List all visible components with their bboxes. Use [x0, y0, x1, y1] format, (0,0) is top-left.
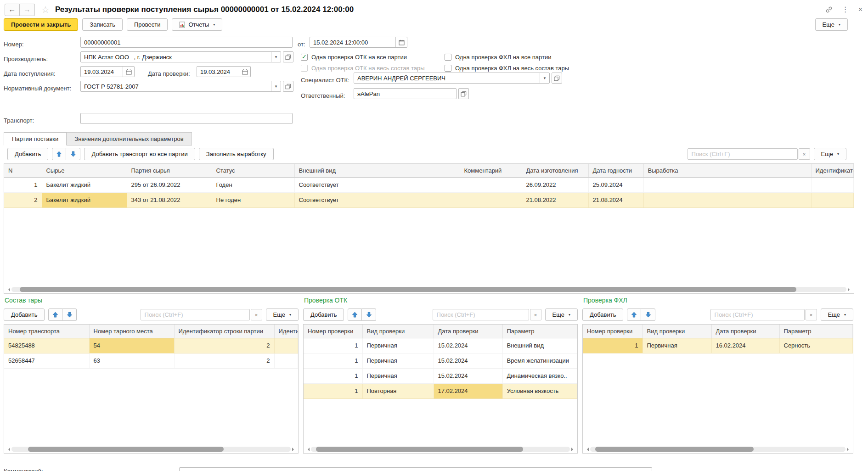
- transport-field[interactable]: [80, 113, 293, 124]
- column-header-batch-row-id[interactable]: Идентификатор строки партии: [174, 325, 274, 338]
- scroll-left-icon[interactable]: [6, 448, 10, 451]
- column-header-appearance[interactable]: Внешний вид: [294, 164, 460, 177]
- column-header-check-type[interactable]: Вид проверки: [643, 325, 711, 338]
- cell-check-date[interactable]: 15.02.2024: [434, 353, 502, 368]
- column-header-transport-no[interactable]: Номер транспорта: [4, 325, 89, 338]
- column-header-n[interactable]: N: [4, 164, 42, 177]
- cell-n[interactable]: 1: [4, 177, 42, 192]
- cell-check-date[interactable]: 15.02.2024: [434, 368, 502, 383]
- move-up-button[interactable]: [52, 148, 66, 160]
- otk-specialist-input[interactable]: [354, 73, 540, 83]
- normative-doc-open-button[interactable]: [283, 81, 293, 92]
- column-header-status[interactable]: Статус: [212, 164, 294, 177]
- otk-specialist-field[interactable]: ▾: [354, 73, 550, 84]
- comment-field[interactable]: [179, 467, 652, 471]
- tare-more-button[interactable]: Еще ▾: [266, 308, 299, 321]
- column-header-mfg-date[interactable]: Дата изготовления: [522, 164, 588, 177]
- calendar-icon[interactable]: [239, 67, 250, 77]
- comment-input[interactable]: [180, 468, 652, 471]
- table-row-selected[interactable]: 1 Первичная 16.02.2024 Серность: [583, 338, 853, 353]
- fhl-horizontal-scrollbar[interactable]: [585, 446, 851, 452]
- calendar-icon[interactable]: [123, 67, 134, 77]
- scrollbar-track[interactable]: [11, 287, 846, 292]
- cell-status[interactable]: Годен: [212, 177, 294, 192]
- responsible-open-button[interactable]: [458, 88, 469, 99]
- cell-batch-row-id[interactable]: 2: [174, 338, 274, 353]
- otk-add-button[interactable]: Добавить: [303, 308, 344, 321]
- doc-date-input[interactable]: [310, 37, 395, 47]
- cell-parameter[interactable]: Серность: [779, 338, 853, 353]
- favorite-star-icon[interactable]: ☆: [41, 4, 50, 15]
- table-row-selected[interactable]: 1 Повторная 17.02.2024 Условная вязкость: [304, 383, 577, 398]
- scrollbar-thumb[interactable]: [28, 447, 224, 452]
- batches-add-button[interactable]: Добавить: [7, 148, 48, 160]
- batches-search-clear-button[interactable]: ×: [799, 148, 810, 160]
- tare-horizontal-scrollbar[interactable]: [6, 446, 296, 452]
- menu-dots-icon[interactable]: ⋮: [842, 6, 849, 13]
- cell-check-type[interactable]: Первичная: [362, 353, 434, 368]
- cell-check-no[interactable]: 1: [304, 383, 362, 398]
- otk-search-input[interactable]: [433, 309, 529, 320]
- cell-check-date[interactable]: 16.02.2024: [711, 338, 779, 353]
- cell-check-date-active[interactable]: 17.02.2024: [434, 383, 502, 398]
- scroll-left-icon[interactable]: [6, 288, 10, 292]
- tare-add-button[interactable]: Добавить: [4, 308, 45, 321]
- otk-horizontal-scrollbar[interactable]: [306, 446, 575, 452]
- cell-material[interactable]: Бакелит жидкий: [42, 177, 127, 192]
- scroll-right-icon[interactable]: [571, 448, 575, 451]
- cell-check-type[interactable]: Повторная: [362, 383, 434, 398]
- scroll-left-icon[interactable]: [306, 448, 310, 451]
- cell-row-id[interactable]: [274, 353, 298, 368]
- cell-parameter[interactable]: Условная вязкость: [502, 383, 577, 398]
- tare-search-input[interactable]: [141, 309, 250, 320]
- scroll-right-icon[interactable]: [292, 448, 296, 451]
- more-button-top[interactable]: Еще ▾: [815, 18, 848, 31]
- cell-output[interactable]: [643, 192, 811, 207]
- table-row[interactable]: 1 Первичная 15.02.2024 Внешний вид: [304, 338, 577, 353]
- otk-specialist-open-button[interactable]: [552, 73, 562, 84]
- cell-check-type[interactable]: Первичная: [643, 338, 711, 353]
- cell-check-type[interactable]: Первичная: [362, 338, 434, 353]
- move-down-button[interactable]: [641, 308, 655, 321]
- cell-row-id[interactable]: [274, 338, 298, 353]
- batches-search-input[interactable]: [688, 148, 798, 160]
- number-field[interactable]: [80, 37, 293, 48]
- table-row[interactable]: 1 Первичная 15.02.2024 Динамическая вязк…: [304, 368, 577, 383]
- receipt-date-field[interactable]: [80, 66, 135, 77]
- cell-check-date[interactable]: 15.02.2024: [434, 338, 502, 353]
- cell-check-no[interactable]: 1: [304, 353, 362, 368]
- calendar-icon[interactable]: [395, 37, 407, 47]
- responsible-field[interactable]: [354, 88, 457, 99]
- tab-batches[interactable]: Партии поставки: [4, 132, 67, 146]
- column-header-output[interactable]: Выработка: [643, 164, 811, 177]
- forward-button[interactable]: →: [20, 4, 35, 16]
- cell-appearance[interactable]: Соответствует: [294, 177, 460, 192]
- scroll-right-icon[interactable]: [848, 288, 851, 292]
- checkbox-fhl-all-tare[interactable]: Одна проверка ФХЛ на весь состав тары: [445, 64, 569, 72]
- table-row-selected[interactable]: 54825488 54 2: [4, 338, 298, 353]
- cell-row-id[interactable]: [811, 192, 854, 207]
- column-header-check-date[interactable]: Дата проверки: [434, 325, 502, 338]
- otk-search-clear-button[interactable]: ×: [530, 309, 541, 320]
- cell-material-active[interactable]: Бакелит жидкий: [42, 192, 127, 207]
- fill-output-button[interactable]: Заполнить выработку: [199, 148, 274, 160]
- move-down-button[interactable]: [66, 148, 80, 160]
- scroll-left-icon[interactable]: [585, 448, 589, 451]
- cell-mfg-date[interactable]: 21.08.2022: [522, 192, 588, 207]
- cell-comment[interactable]: [460, 192, 522, 207]
- fhl-search-clear-button[interactable]: ×: [806, 309, 817, 320]
- cell-check-no[interactable]: 1: [304, 368, 362, 383]
- manufacturer-field[interactable]: ▾: [80, 51, 281, 62]
- tab-extra-params[interactable]: Значения дополнительных параметров: [67, 132, 192, 146]
- cell-appearance[interactable]: Соответствует: [294, 192, 460, 207]
- column-header-exp-date[interactable]: Дата годности: [588, 164, 643, 177]
- otk-more-button[interactable]: Еще ▾: [545, 308, 578, 321]
- tare-search-clear-button[interactable]: ×: [251, 309, 262, 320]
- column-header-comment[interactable]: Комментарий: [460, 164, 522, 177]
- move-up-button[interactable]: [348, 308, 362, 321]
- column-header-row-id[interactable]: Идентификатор: [274, 325, 298, 338]
- cell-mfg-date[interactable]: 26.09.2022: [522, 177, 588, 192]
- table-row[interactable]: 1 Первичная 15.02.2024 Время желатинизац…: [304, 353, 577, 368]
- cell-batch-row-id[interactable]: 2: [174, 353, 274, 368]
- table-row[interactable]: 52658447 63 2: [4, 353, 298, 368]
